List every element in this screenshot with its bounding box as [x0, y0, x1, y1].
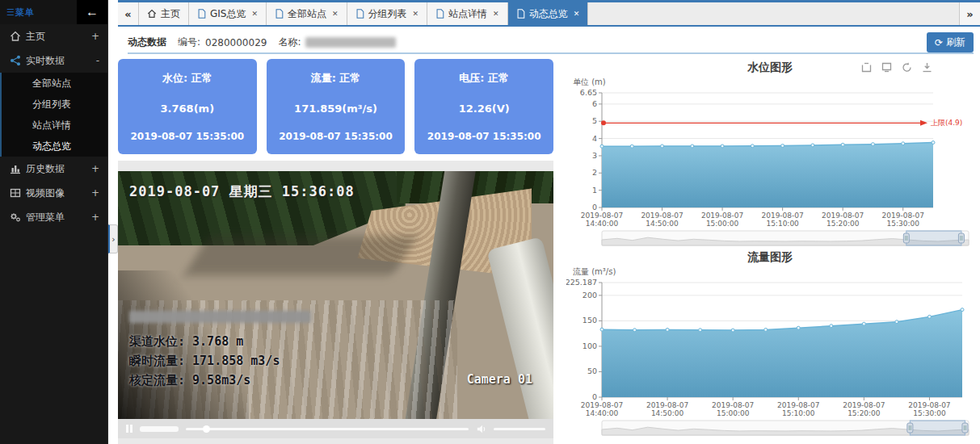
tab-home[interactable]: 主页 [139, 2, 189, 25]
flow-card: 流量: 正常 171.859(m³/s) 2019-08-07 15:35:00 [267, 59, 406, 154]
sidebar-item-all-stations[interactable]: 全部站点 [2, 73, 107, 94]
refresh-button[interactable]: ⟳ 刷新 [927, 32, 974, 52]
expand-icon: + [91, 187, 99, 199]
file-icon [197, 9, 206, 19]
home-icon [147, 9, 157, 19]
main-area: « 主页 GIS总览 ✕ 全部站点 ✕ 分组列表 ✕ [118, 0, 980, 444]
refresh-icon: ⟳ [935, 37, 943, 48]
svg-text:15:00:00: 15:00:00 [706, 220, 739, 228]
sidebar-handle-strip: › [107, 0, 118, 444]
zoom-reset-icon[interactable] [881, 61, 893, 73]
sidebar-item-dynamic-overview[interactable]: 动态总览 [2, 136, 107, 157]
flow-chart-card: 流量图形 流量 (m³/s) 050100150200225.1872019-0… [566, 249, 974, 437]
save-image-icon[interactable] [921, 61, 933, 73]
svg-text:2: 2 [592, 168, 597, 177]
svg-text:6: 6 [592, 99, 597, 108]
svg-text:2019-08-07: 2019-08-07 [701, 212, 743, 220]
sidebar-item-label: 站点详情 [32, 119, 71, 132]
tab-all-stations[interactable]: 全部站点 ✕ [267, 2, 347, 25]
restore-icon[interactable] [901, 61, 913, 73]
station-code-label: 编号: [178, 36, 200, 49]
station-name-overlay-redacted [129, 311, 311, 323]
sidebar-item-history-data[interactable]: 历史数据 + [0, 157, 107, 181]
svg-text:2019-08-07: 2019-08-07 [843, 401, 885, 409]
tab-label: 站点详情 [448, 7, 487, 21]
file-icon [435, 9, 444, 19]
svg-text:15:00:00: 15:00:00 [717, 409, 750, 417]
volume-icon[interactable] [476, 424, 486, 434]
station-code-value: 0280000029 [205, 37, 267, 48]
progress-thumb[interactable] [203, 425, 210, 433]
flow-chart-canvas[interactable]: 050100150200225.1872019-08-0714:40:00201… [566, 278, 974, 437]
svg-text:6.65: 6.65 [580, 88, 597, 97]
tab-gis-overview[interactable]: GIS总览 ✕ [189, 2, 267, 25]
y-axis-title: 单位 (m) [573, 77, 974, 88]
close-icon[interactable]: ✕ [413, 10, 419, 18]
volume-slider[interactable] [494, 428, 545, 430]
pause-button[interactable] [126, 425, 132, 433]
svg-text:15:20:00: 15:20:00 [826, 220, 860, 228]
water-level-chart-canvas[interactable]: 01234566.65上限(4.9)2019-08-0714:40:002019… [566, 88, 974, 247]
tab-station-detail[interactable]: 站点详情 ✕ [427, 2, 508, 25]
svg-text:2019-08-07: 2019-08-07 [581, 212, 623, 220]
tabs-scroll-left-button[interactable]: « [118, 2, 139, 25]
tab-group-list[interactable]: 分组列表 ✕ [347, 2, 428, 25]
close-icon[interactable]: ✕ [332, 10, 339, 18]
sidebar-item-label: 实时数据 [26, 54, 96, 68]
card-timestamp: 2019-08-07 15:35:00 [419, 131, 549, 142]
svg-text:50: 50 [587, 367, 597, 375]
card-value: 171.859(m³/s) [271, 103, 401, 115]
sidebar-item-home[interactable]: 主页 + [0, 24, 107, 48]
card-value: 3.768(m) [123, 103, 252, 115]
tab-label: 全部站点 [288, 7, 326, 21]
gears-icon [10, 212, 26, 223]
tab-label: 主页 [161, 7, 180, 21]
svg-text:15:10:00: 15:10:00 [766, 220, 799, 228]
svg-text:3: 3 [592, 151, 597, 160]
collapse-icon: - [96, 55, 99, 66]
sidebar-submenu-realtime: 全部站点 分组列表 站点详情 动态总览 [0, 73, 107, 157]
water-level-chart-card: 水位图形 单位 (m) 01234566.65上限(4.9)2019-08-07… [566, 59, 974, 247]
file-icon [275, 9, 284, 19]
sidebar-item-label: 主页 [26, 30, 91, 44]
sidebar-item-group-list[interactable]: 分组列表 [2, 94, 107, 115]
sidebar-spacer [0, 229, 107, 444]
video-icon [10, 187, 26, 199]
file-icon [355, 9, 364, 19]
svg-text:225.187: 225.187 [566, 278, 597, 287]
svg-text:4: 4 [592, 134, 597, 143]
tab-label: GIS总览 [210, 7, 246, 21]
tabs-scroll-right-button[interactable]: » [959, 2, 980, 25]
svg-text:14:50:00: 14:50:00 [651, 409, 684, 417]
chart-toolbox [860, 61, 933, 73]
svg-text:150: 150 [583, 316, 597, 325]
close-icon[interactable]: ✕ [493, 10, 499, 18]
sidebar-back-button[interactable]: ← [77, 0, 107, 24]
status-cards: 水位: 正常 3.768(m) 2019-08-07 15:35:00 流量: … [118, 59, 553, 154]
svg-text:100: 100 [583, 341, 597, 350]
video-timestamp-overlay: 2019-08-07 星期三 15:36:08 [129, 182, 355, 201]
tab-bar: « 主页 GIS总览 ✕ 全部站点 ✕ 分组列表 ✕ [118, 0, 980, 27]
tab-dynamic-overview[interactable]: 动态总览 ✕ [508, 2, 589, 25]
sidebar-item-realtime-data[interactable]: 实时数据 - [0, 48, 107, 73]
y-axis-title: 流量 (m³/s) [573, 266, 974, 278]
refresh-button-label: 刷新 [946, 36, 965, 49]
sidebar-item-station-detail[interactable]: 站点详情 [2, 115, 107, 136]
sidebar-item-video-image[interactable]: 视频图像 + [0, 181, 107, 205]
close-icon[interactable]: ✕ [574, 10, 580, 18]
sidebar-header: ☰菜单 ← [0, 0, 107, 24]
close-icon[interactable]: ✕ [251, 10, 258, 18]
data-zoom-icon[interactable] [860, 61, 873, 73]
svg-text:200: 200 [583, 291, 597, 299]
page-toolbar: 动态数据 编号: 0280000029 名称: ⟳ 刷新 [128, 32, 974, 54]
camera-video-player[interactable]: 2019-08-07 星期三 15:36:08 渠道水位: 3.768 m 瞬时… [118, 171, 553, 419]
svg-text:2019-08-07: 2019-08-07 [822, 212, 864, 220]
svg-text:5: 5 [592, 116, 597, 125]
video-time-display [140, 426, 179, 432]
voltage-card: 电压: 正常 12.26(V) 2019-08-07 15:35:00 [414, 59, 553, 154]
sidebar-expand-handle[interactable]: › [108, 224, 118, 253]
svg-text:14:40:00: 14:40:00 [586, 409, 619, 417]
overlay-water-level: 渠道水位: 3.768 m [129, 332, 311, 351]
sidebar-item-admin-menu[interactable]: 管理菜单 + [0, 205, 107, 229]
video-progress-bar[interactable] [186, 428, 469, 430]
